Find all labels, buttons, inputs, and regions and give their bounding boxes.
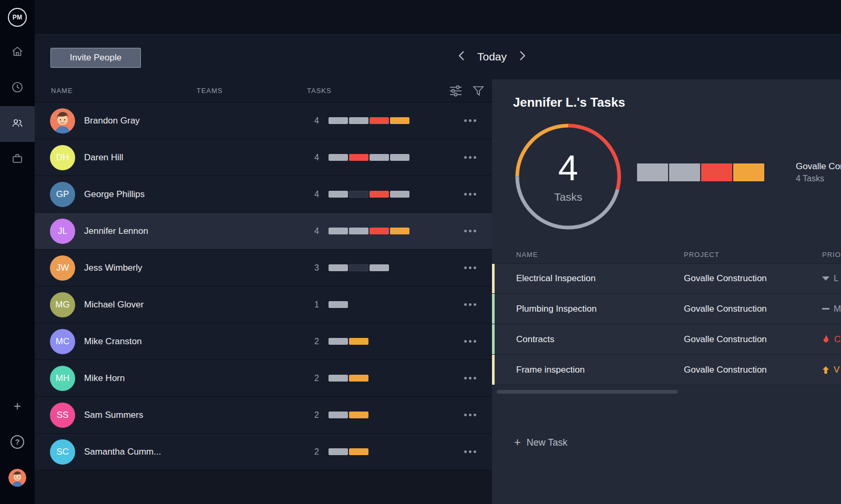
avatar: MC <box>50 329 75 354</box>
donut-task-label: Tasks <box>554 191 582 203</box>
ellipsis-icon <box>464 156 467 159</box>
team-list-pane: NAME TEAMS TASKS <box>35 79 492 504</box>
avatar-initials: MG <box>50 292 75 317</box>
avatar-initials: MH <box>50 366 75 391</box>
donut-task-count: 4 <box>558 150 578 186</box>
chevron-left-icon <box>458 50 465 63</box>
sidebar-item-projects[interactable] <box>0 142 35 178</box>
user-avatar <box>8 469 26 487</box>
date-label: Today <box>477 50 507 63</box>
member-row[interactable]: GP George Phillips 4 <box>35 176 492 213</box>
member-row[interactable]: MC Mike Cranston 2 <box>35 323 492 360</box>
add-button[interactable]: + <box>0 388 35 424</box>
member-row[interactable]: SS Sam Summers 2 <box>35 397 492 434</box>
legend-task-count: 4 Tasks <box>796 174 841 183</box>
task-color-strip <box>492 324 495 354</box>
next-day-button[interactable] <box>517 48 528 65</box>
donut-center: 4 Tasks <box>514 122 622 231</box>
row-menu-button[interactable] <box>464 116 476 125</box>
row-menu-button[interactable] <box>464 374 476 383</box>
member-row[interactable]: MG Michael Glover 1 <box>35 286 492 323</box>
row-menu-button[interactable] <box>464 447 476 456</box>
row-menu-button[interactable] <box>464 337 476 346</box>
avatar: SS <box>50 403 75 428</box>
avatar: JL <box>50 219 75 244</box>
member-row[interactable]: Brandon Gray 4 <box>35 102 492 139</box>
task-priority[interactable]: C <box>822 334 841 345</box>
task-priority[interactable]: L <box>822 273 841 284</box>
task-row[interactable]: Frame inspection Govalle Construction V <box>492 355 841 385</box>
distribution-group: Govalle Construction 4 Tasks <box>637 161 841 183</box>
member-task-bar <box>329 375 368 382</box>
invite-people-button[interactable]: Invite People <box>50 48 141 68</box>
member-row[interactable]: JW Jess Wimberly 3 <box>35 250 492 286</box>
ellipsis-icon <box>464 377 467 379</box>
sidebar-nav <box>0 35 35 178</box>
avatar-initials: JW <box>50 255 75 281</box>
settings-sliders-icon[interactable] <box>449 85 463 99</box>
member-row[interactable]: DH Daren Hill 4 <box>35 139 492 176</box>
main-area: Invite People Today NAME TEAMS TASKS <box>35 0 841 504</box>
sidebar-item-team[interactable] <box>0 106 35 142</box>
home-icon <box>11 45 24 60</box>
row-menu-button[interactable] <box>464 190 476 199</box>
member-row[interactable]: SC Samantha Cumm... 2 <box>35 434 492 470</box>
task-priority[interactable]: V <box>822 365 841 375</box>
ellipsis-icon <box>464 119 467 122</box>
help-button[interactable]: ? <box>0 424 35 460</box>
member-task-count: 4 <box>307 116 319 126</box>
avatar-photo <box>50 108 75 133</box>
app-logo[interactable]: PM <box>0 0 35 35</box>
task-project: Govalle Construction <box>684 365 767 375</box>
member-name: Mike Horn <box>84 373 197 384</box>
window-top-strip <box>35 0 841 35</box>
member-row[interactable]: JL Jennifer Lennon 4 <box>35 213 492 250</box>
row-menu-button[interactable] <box>464 227 476 235</box>
row-menu-button[interactable] <box>464 300 476 309</box>
member-name: Samantha Cumm... <box>84 447 197 457</box>
priority-label: L <box>834 273 838 284</box>
member-name: Brandon Gray <box>84 116 197 126</box>
member-task-count: 2 <box>307 447 319 457</box>
row-menu-button[interactable] <box>464 410 476 419</box>
horizontal-scrollbar[interactable] <box>497 390 678 394</box>
ellipsis-icon <box>464 193 467 196</box>
member-name: Mike Cranston <box>84 336 197 347</box>
sidebar-item-time[interactable] <box>0 70 35 106</box>
member-task-count: 1 <box>307 300 319 310</box>
avatar-initials: DH <box>50 145 75 170</box>
sidebar-item-home[interactable] <box>0 35 35 70</box>
task-column-project: PROJECT <box>684 251 720 259</box>
filter-icon[interactable] <box>472 85 485 99</box>
member-name: Jennifer Lennon <box>84 226 197 236</box>
ellipsis-icon <box>464 414 467 416</box>
row-menu-button[interactable] <box>464 153 476 162</box>
avatar-initials: JL <box>50 219 75 244</box>
prev-day-button[interactable] <box>456 48 467 65</box>
member-task-count: 4 <box>307 227 319 236</box>
new-task-button[interactable]: + New Task <box>514 437 568 448</box>
member-task-bar <box>329 154 409 161</box>
task-project: Govalle Construction <box>684 304 767 314</box>
task-name: Contracts <box>516 334 684 345</box>
task-row[interactable]: Electrical Inspection Govalle Constructi… <box>492 263 841 294</box>
legend-project-name: Govalle Construction <box>796 161 841 172</box>
task-priority[interactable]: M <box>822 304 841 314</box>
member-list: Brandon Gray 4 <box>35 102 492 504</box>
task-row[interactable]: Contracts Govalle Construction C <box>492 324 841 355</box>
panel-title: Jennifer L.'s Tasks <box>513 95 841 110</box>
row-menu-button[interactable] <box>464 263 476 272</box>
ellipsis-icon <box>464 340 467 343</box>
member-task-bar <box>329 264 389 271</box>
profile-menu[interactable] <box>0 460 35 496</box>
task-row[interactable]: Plumbing Inspection Govalle Construction… <box>492 294 841 324</box>
ellipsis-icon <box>464 266 467 269</box>
ellipsis-icon <box>464 303 467 306</box>
task-column-name: NAME <box>516 251 538 259</box>
member-task-bar <box>329 448 368 455</box>
new-task-label: New Task <box>527 437 568 448</box>
priority-label: M <box>834 304 841 314</box>
member-row[interactable]: MH Mike Horn 2 <box>35 360 492 397</box>
column-header-tasks: TASKS <box>307 87 332 95</box>
ellipsis-icon <box>464 230 467 232</box>
